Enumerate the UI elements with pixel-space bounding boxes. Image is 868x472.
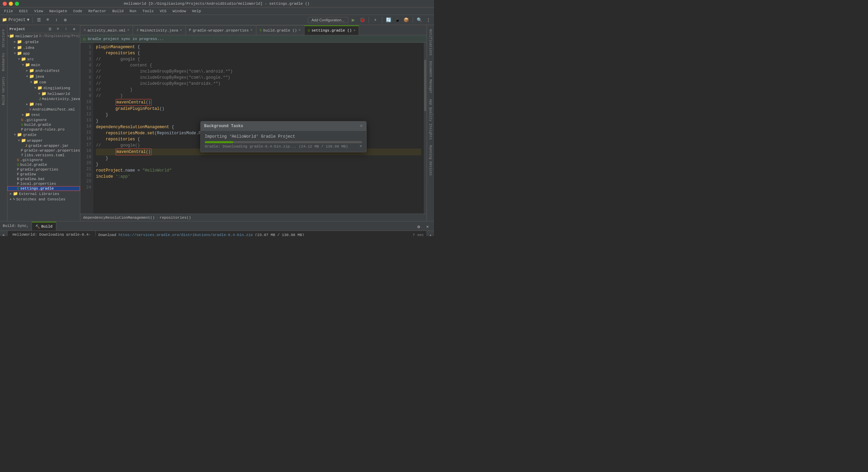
tree-item-proguard[interactable]: ▶ P proguard-rules.pro — [7, 127, 80, 132]
vertical-scrollbar[interactable] — [424, 43, 427, 214]
sdk-button[interactable]: 📦 — [402, 16, 410, 24]
tree-item-src[interactable]: ▼ 📁 src — [7, 56, 80, 62]
bottom-close-btn[interactable]: × — [424, 223, 431, 231]
tree-item-gradle-props[interactable]: ▶ P gradle.properties — [7, 167, 80, 172]
left-tab-structure[interactable]: Structure — [1, 26, 6, 50]
tree-item-local-props[interactable]: ▶ P local.properties — [7, 181, 80, 186]
toolbar-list-btn[interactable]: ≡ — [44, 16, 52, 24]
tree-item-helloworld-pkg[interactable]: ▼ 📁 helloworld — [7, 91, 80, 97]
tree-item-gradle-hidden[interactable]: ▶ 📁 .gradle — [7, 39, 80, 45]
breadcrumb-item-2[interactable]: repositories() — [160, 216, 191, 220]
project-selector[interactable]: 📁 Project ▼ — [2, 17, 29, 22]
tree-item-helloworld[interactable]: ▼ 📁 HelloWorld D:/DingJiaxiong/Projects/… — [7, 33, 80, 39]
toolbar-settings-btn[interactable]: ☰ — [35, 16, 43, 24]
tab-close-btn[interactable]: × — [180, 28, 182, 32]
tree-item-mainactivity[interactable]: ▶ J MainActivity.java — [7, 97, 80, 101]
menu-edit[interactable]: Edit — [16, 8, 31, 14]
file-icon: P — [21, 127, 23, 132]
profile-button[interactable]: ⚡ — [372, 16, 379, 24]
bottom-left-tab-run[interactable]: ▶ — [1, 232, 6, 236]
tab-build-gradle[interactable]: G build.gradle () × — [256, 25, 304, 35]
run-config-button[interactable]: Add Configuration... — [308, 17, 348, 23]
tree-item-com[interactable]: ▼ 📁 com — [7, 79, 80, 85]
search-everywhere-button[interactable]: 🔍 — [416, 16, 423, 24]
tree-item-main[interactable]: ▼ 📁 main — [7, 62, 80, 68]
right-tab-document-manager[interactable]: Document Manager — [428, 58, 433, 96]
left-tab-bookmarks[interactable]: Bookmarks — [1, 50, 6, 74]
tab-activity-main-xml[interactable]: X activity_main.xml × — [80, 25, 133, 35]
tab-close-btn[interactable]: × — [353, 29, 355, 33]
sync-project-button[interactable]: 🔄 — [385, 16, 392, 24]
tree-item-gitignore-root[interactable]: ▶ G .gitignore — [7, 158, 80, 162]
menu-run[interactable]: Run — [127, 8, 139, 14]
sidebar-sort-btn[interactable]: ↕ — [62, 25, 70, 33]
tree-item-app[interactable]: ▼ 📁 app — [7, 51, 80, 56]
tree-item-res[interactable]: ▶ 📁 res — [7, 101, 80, 107]
right-tab-notifications[interactable]: Notifications — [428, 26, 433, 58]
sidebar-settings-btn[interactable]: ≡ — [54, 25, 62, 33]
tree-item-gradle-wrapper-props[interactable]: ▶ P gradle-wrapper.properties — [7, 148, 80, 153]
build-item-helloworld[interactable]: ✔ HelloWorld: Downloading gradle-8.4-bin… — [9, 232, 94, 236]
window-controls[interactable] — [3, 2, 19, 6]
right-tab-running-devices[interactable]: Running Devices — [428, 142, 433, 178]
tree-item-gradlew-bat[interactable]: ▶ B gradlew.bat — [7, 177, 80, 181]
tree-item-settings-gradle[interactable]: ▶ G settings.gradle — [7, 186, 80, 191]
toolbar-gear-btn[interactable]: ⚙ — [62, 16, 69, 24]
maximize-button[interactable] — [15, 2, 19, 6]
more-actions-button[interactable]: ⋮ — [425, 16, 432, 24]
maven-central-highlight-1: mavenCentral() — [116, 99, 152, 106]
sidebar-gear-btn[interactable]: ⚙ — [71, 25, 78, 33]
avd-button[interactable]: 📱 — [394, 16, 401, 24]
bottom-right-tab-1[interactable]: ▲ — [428, 231, 433, 236]
toolbar-sort-btn[interactable]: ↕ — [53, 16, 60, 24]
tree-item-manifest[interactable]: ▶ X AndroidManifest.xml — [7, 107, 80, 112]
tree-item-gradlew[interactable]: ▶ F gradlew — [7, 172, 80, 177]
breadcrumb-item-1[interactable]: dependencyResolutionManagement() — [83, 216, 155, 220]
tree-item-java[interactable]: ▼ 📁 java — [7, 74, 80, 79]
close-button[interactable] — [3, 2, 7, 6]
bg-tasks-close-btn[interactable]: × — [360, 123, 363, 129]
tree-item-gradle-wrapper-jar[interactable]: ▶ J gradle-wrapper.jar — [7, 143, 80, 148]
tree-item-build-gradle-app[interactable]: ▶ G build.gradle — [7, 122, 80, 127]
tree-item-external-libs[interactable]: ▶ 📁 External Libraries — [7, 191, 80, 197]
download-link[interactable]: https://services.gradle.org/distribution… — [118, 233, 253, 236]
tree-item-gitignore-app[interactable]: ▶ G .gitignore — [7, 118, 80, 122]
menu-tools[interactable]: Tools — [140, 8, 156, 14]
menu-vcs[interactable]: VCS — [157, 8, 169, 14]
left-tab-build-variants[interactable]: Build Variants — [1, 74, 6, 108]
menu-refactor[interactable]: Refactor — [85, 8, 109, 14]
tab-mainactivity-java[interactable]: J MainActivity.java × — [133, 25, 185, 35]
menu-build[interactable]: Build — [110, 8, 126, 14]
tab-gradle-wrapper-props[interactable]: P gradle-wrapper.properties × — [186, 25, 256, 35]
menu-navigate[interactable]: Navigate — [46, 8, 70, 14]
expand-arrow: ▶ — [25, 69, 29, 73]
sidebar-collapse-btn[interactable]: ☰ — [46, 25, 54, 33]
tab-settings-gradle[interactable]: G settings.gradle () × — [304, 25, 359, 35]
right-tab-app-quality[interactable]: App Quality Insights — [428, 96, 433, 142]
tree-item-androidtest[interactable]: ▶ 📁 androidTest — [7, 68, 80, 74]
menu-help[interactable]: Help — [190, 8, 204, 14]
tab-build-bottom[interactable]: 🔨 Build — [32, 222, 56, 231]
tree-item-idea[interactable]: ▶ 📁 .idea — [7, 45, 80, 51]
tree-item-build-gradle-root[interactable]: ▶ G build.gradle — [7, 162, 80, 167]
tree-item-wrapper[interactable]: ▼ 📁 wrapper — [7, 138, 80, 143]
tab-close-btn[interactable]: × — [299, 28, 301, 32]
tab-close-btn[interactable]: × — [251, 28, 253, 32]
build-ok-icon: ✔ — [9, 235, 11, 236]
bg-task-cancel-btn[interactable]: × — [359, 144, 362, 149]
tree-item-dingjiaXiong[interactable]: ▼ 📁 dingjiaXiong — [7, 85, 80, 91]
menu-file[interactable]: File — [1, 8, 16, 14]
menu-view[interactable]: View — [32, 8, 46, 14]
tab-close-btn[interactable]: × — [127, 28, 129, 32]
expand-arrow: ▶ — [13, 40, 17, 44]
minimize-button[interactable] — [9, 2, 13, 6]
tree-item-test[interactable]: ▶ 📁 test — [7, 112, 80, 118]
menu-code[interactable]: Code — [71, 8, 85, 14]
debug-button[interactable]: 🐞 — [358, 16, 366, 24]
bottom-gear-btn[interactable]: ⚙ — [415, 223, 422, 231]
tree-item-libs-toml[interactable]: ▶ T libs.versions.toml — [7, 153, 80, 158]
tree-item-scratches[interactable]: ▶ ✎ Scratches and Consoles — [7, 197, 80, 202]
tree-item-gradle-dir[interactable]: ▼ 📁 gradle — [7, 132, 80, 138]
menu-window[interactable]: Window — [170, 8, 189, 14]
run-button[interactable]: ▶ — [350, 16, 357, 24]
